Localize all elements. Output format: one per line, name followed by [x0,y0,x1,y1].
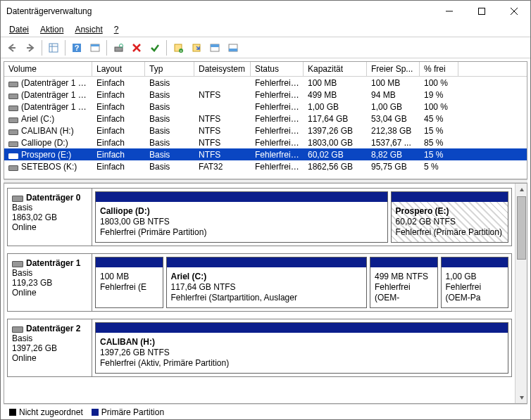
close-button[interactable] [498,1,530,22]
cell-volume: Prospero (E:) [4,150,92,160]
volume-row[interactable]: Calliope (D:)EinfachBasisNTFSFehlerfrei … [4,136,527,148]
disk-map-pane: Datenträger 0Basis1863,02 GBOnlineCallio… [4,183,527,404]
cell-status: Fehlerfrei (... [251,90,304,100]
cell-fs: NTFS [194,114,251,124]
volume-row[interactable]: CALIBAN (H:)EinfachBasisNTFSFehlerfrei (… [4,125,527,136]
disk-row: Datenträger 1Basis119,23 GBOnline100 MBF… [7,253,512,312]
cell-layout: Einfach [92,150,145,160]
cell-fs: FAT32 [194,162,251,172]
volume-row[interactable]: (Datenträger 1 Par...EinfachBasisFehlerf… [4,77,527,89]
menu-file[interactable]: Datei [5,23,33,36]
partition[interactable]: Calliope (D:)1803,00 GB NTFSFehlerfrei (… [95,191,388,243]
partition-color-bar [442,257,508,267]
attach-vhd-button[interactable] [188,39,205,56]
cell-free: 1,00 GB [367,102,420,112]
volume-row[interactable]: Prospero (E:)EinfachBasisNTFSFehlerfrei … [4,148,527,160]
disk-map-scroll[interactable]: Datenträger 0Basis1863,02 GBOnlineCallio… [4,184,515,403]
partition-body: 499 MB NTFSFehlerfrei (OEM- [370,267,437,307]
disk-icon [12,260,23,267]
cell-cap: 117,64 GB [304,114,367,124]
col-pct[interactable]: % frei [420,62,458,77]
volume-icon [8,140,18,146]
scroll-thumb[interactable] [517,196,526,260]
cell-cap: 1397,26 GB [304,126,367,136]
vertical-scrollbar[interactable] [515,184,527,403]
col-free[interactable]: Freier Sp... [367,62,420,77]
disk-info[interactable]: Datenträger 0Basis1863,02 GBOnline [8,189,92,246]
col-status[interactable]: Status [251,62,304,77]
disk-icon [12,194,23,201]
col-layout[interactable]: Layout [92,62,145,77]
volume-list[interactable]: (Datenträger 1 Par...EinfachBasisFehlerf… [4,77,527,179]
partition-color-bar [167,257,367,267]
col-volume[interactable]: Volume [4,62,92,77]
partition[interactable]: 499 MB NTFSFehlerfrei (OEM- [370,257,438,308]
menu-action[interactable]: Aktion [36,23,68,36]
help-button[interactable]: ? [68,39,85,56]
cell-pct: 15 % [420,150,458,160]
volume-row[interactable]: Ariel (C:)EinfachBasisNTFSFehlerfrei (..… [4,113,527,125]
view-list-button[interactable] [45,39,62,56]
col-spacer [458,62,527,77]
cell-volume: (Datenträger 1 Par... [4,90,92,100]
cell-layout: Einfach [92,78,145,88]
cell-cap: 1803,00 GB [304,138,367,148]
partition[interactable]: 100 MBFehlerfrei (E [95,257,163,308]
svg-line-3 [511,8,518,15]
volume-row[interactable]: (Datenträger 1 Par...EinfachBasisFehlerf… [4,101,527,113]
view-top-button[interactable] [206,39,223,56]
partition-body: 100 MBFehlerfrei (E [96,267,163,307]
partition[interactable]: Prospero (E:)60,02 GB NTFSFehlerfrei (Pr… [391,191,508,243]
disk-info[interactable]: Datenträger 1Basis119,23 GBOnline [8,254,92,311]
cell-type: Basis [145,126,194,136]
cell-free: 94 MB [367,90,420,100]
partition[interactable]: 1,00 GBFehlerfrei (OEM-Pa [441,257,509,308]
volume-icon [8,80,18,87]
scroll-down-icon[interactable] [516,391,527,403]
menu-view[interactable]: Ansicht [70,23,106,36]
properties-button[interactable] [87,39,104,56]
cell-pct: 15 % [420,126,458,136]
toolbar: ? + [1,37,530,58]
forward-button[interactable] [22,39,39,56]
cell-cap: 1,00 GB [304,102,367,112]
svg-rect-22 [211,44,219,47]
partition-body: Ariel (C:)117,64 GB NTFSFehlerfrei (Star… [167,267,367,307]
menu-help[interactable]: ? [110,23,123,36]
col-capacity[interactable]: Kapazität [304,62,367,77]
delete-button[interactable] [128,39,145,56]
view-bottom-button[interactable] [225,39,242,56]
cell-free: 100 MB [367,78,420,88]
volume-row[interactable]: (Datenträger 1 Par...EinfachBasisNTFSFeh… [4,89,527,101]
cell-layout: Einfach [92,138,145,148]
disk-info[interactable]: Datenträger 2Basis1397,26 GBOnline [8,319,92,376]
svg-text:?: ? [75,44,80,52]
maximize-button[interactable] [466,1,498,22]
partition[interactable]: Ariel (C:)117,64 GB NTFSFehlerfrei (Star… [166,257,368,308]
cell-status: Fehlerfrei (... [251,150,304,160]
new-vhd-button[interactable]: + [170,39,187,56]
back-button[interactable] [4,39,20,56]
minimize-button[interactable] [433,1,466,22]
cell-layout: Einfach [92,162,145,172]
cell-fs: NTFS [194,90,251,100]
partition-body: Calliope (D:)1803,00 GB NTFSFehlerfrei (… [96,202,387,242]
partition-body: CALIBAN (H:)1397,26 GB NTFSFehlerfrei (A… [96,333,508,373]
cell-status: Fehlerfrei (... [251,162,304,172]
cell-layout: Einfach [92,102,145,112]
volume-icon [8,104,18,110]
partition[interactable]: CALIBAN (H:)1397,26 GB NTFSFehlerfrei (A… [95,322,508,374]
separator-icon [106,40,107,56]
cell-type: Basis [145,102,194,112]
refresh-button[interactable] [110,39,127,56]
partition-body: 1,00 GBFehlerfrei (OEM-Pa [442,267,508,307]
cell-free: 8,82 GB [367,150,420,160]
col-type[interactable]: Typ [145,62,194,77]
col-filesystem[interactable]: Dateisystem [194,62,251,77]
volume-row[interactable]: SETEBOS (K:)EinfachBasisFAT32Fehlerfrei … [4,160,527,172]
titlebar: Datenträgerverwaltung [1,1,530,22]
cell-cap: 60,02 GB [304,150,367,160]
scroll-up-icon[interactable] [516,184,527,196]
check-button[interactable] [146,39,163,56]
partition-color-bar [96,323,508,333]
